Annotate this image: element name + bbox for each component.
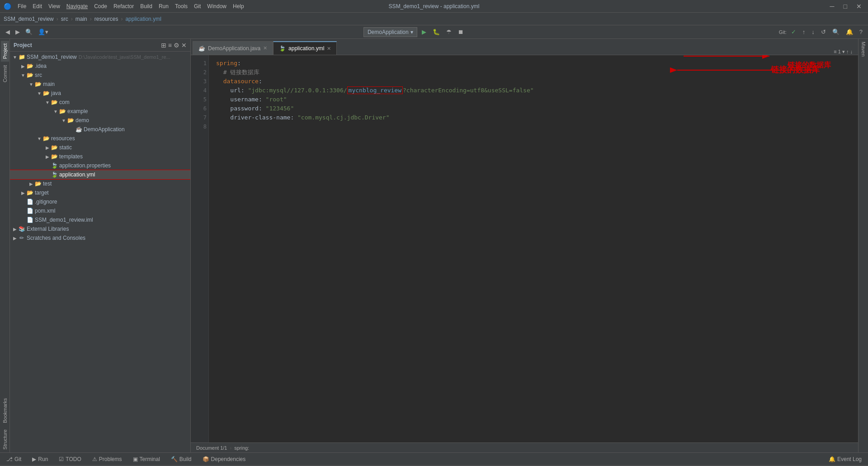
run-button[interactable]: ▶ <box>420 28 428 36</box>
bottom-tab-run[interactable]: ▶ Run <box>29 455 51 463</box>
tree-label-java: java <box>51 90 61 96</box>
breadcrumb-src[interactable]: src <box>61 16 68 22</box>
run-toolbar: ◀ ▶ 🔍 👤▾ DemoApplication ▾ ▶ 🐛 ☂ ⏹ Git: … <box>0 25 868 39</box>
menu-edit[interactable]: Edit <box>30 2 45 10</box>
code-editor[interactable]: 链接的数据库 spring: <box>209 55 858 442</box>
menu-help[interactable]: Help <box>230 2 247 10</box>
minimize-button[interactable]: ─ <box>827 3 837 10</box>
git-pull-button[interactable]: ↓ <box>810 28 816 36</box>
breadcrumb-file[interactable]: application.yml <box>125 16 161 22</box>
tree-item-resources[interactable]: ▼ 📂 resources <box>10 134 190 143</box>
coverage-button[interactable]: ☂ <box>444 28 453 36</box>
git-revert-button[interactable]: ↺ <box>819 28 828 36</box>
tree-item-src[interactable]: ▼ 📂 src <box>10 71 190 80</box>
tree-item-test[interactable]: ▶ 📂 test <box>10 179 190 188</box>
bottom-tab-todo[interactable]: ☑ TODO <box>56 455 84 463</box>
user-icon[interactable]: 👤▾ <box>36 28 50 36</box>
notifications-button[interactable]: 🔔 <box>844 28 855 36</box>
menu-navigate[interactable]: Navigate <box>64 2 90 10</box>
tree-item-java[interactable]: ▼ 📂 java <box>10 89 190 98</box>
tree-item-com[interactable]: ▼ 📂 com <box>10 98 190 107</box>
tree-label-com: com <box>59 99 70 105</box>
tree-item-pom[interactable]: ▶ 📄 pom.xml <box>10 206 190 215</box>
folder-icon-com: 📂 <box>51 99 58 106</box>
project-panel-header: Project ⊞ ≡ ⚙ ✕ <box>10 39 190 52</box>
bottom-tab-dependencies-label: Dependencies <box>211 456 246 462</box>
tree-item-example[interactable]: ▼ 📂 example <box>10 107 190 116</box>
tree-item-main[interactable]: ▼ 📂 main <box>10 80 190 89</box>
search-everywhere-button[interactable]: 🔍 <box>830 28 841 36</box>
maximize-button[interactable]: □ <box>841 3 850 10</box>
menu-tools[interactable]: Tools <box>172 2 190 10</box>
right-sidebar-tabs: Maven <box>858 39 868 452</box>
tree-item-app-properties[interactable]: ▶ 🍃 application.properties <box>10 161 190 170</box>
menu-git[interactable]: Git <box>191 2 203 10</box>
tree-label-ext-libs: External Libraries <box>27 226 69 232</box>
close-button[interactable]: ✕ <box>854 3 864 10</box>
sidebar-tab-bookmarks[interactable]: Bookmarks <box>1 395 9 426</box>
tree-arrow-ssm-root: ▼ <box>12 55 18 60</box>
tab-appyml[interactable]: 🍃 application.yml ✕ <box>273 41 337 55</box>
help-button[interactable]: ? <box>858 28 864 36</box>
tree-item-templates[interactable]: ▶ 📂 templates <box>10 152 190 161</box>
dependencies-bottom-icon: 📦 <box>203 456 209 462</box>
tree-arrow-main: ▼ <box>28 82 34 87</box>
tab-appyml-label: application.yml <box>288 45 324 52</box>
tree-label-src: src <box>35 72 42 78</box>
tree-item-ext-libs[interactable]: ▶ 📚 External Libraries <box>10 224 190 233</box>
git-bottom-icon: ⎇ <box>6 456 13 462</box>
bottom-tab-terminal[interactable]: ▣ Terminal <box>130 455 163 463</box>
bottom-tab-problems[interactable]: ⚠ Problems <box>90 455 125 463</box>
expand-all-icon[interactable]: ⊞ <box>161 42 166 49</box>
bottom-tab-todo-label: TODO <box>66 456 81 462</box>
collapse-all-icon[interactable]: ≡ <box>168 42 172 49</box>
menu-window[interactable]: Window <box>204 2 229 10</box>
tree-item-idea[interactable]: ▶ 📂 .idea <box>10 62 190 71</box>
sidebar-tab-maven[interactable]: Maven <box>859 39 868 59</box>
forward-button[interactable]: ▶ <box>14 28 22 36</box>
menu-code[interactable]: Code <box>91 2 110 10</box>
debug-button[interactable]: 🐛 <box>431 28 442 36</box>
close-panel-icon[interactable]: ✕ <box>181 42 187 49</box>
menu-build[interactable]: Build <box>137 2 155 10</box>
sidebar-tab-commit[interactable]: Commit <box>1 62 9 85</box>
git-push-button[interactable]: ↑ <box>801 28 807 36</box>
sidebar-tab-project[interactable]: Project <box>1 41 9 62</box>
tree-item-iml[interactable]: ▶ 📄 SSM_demo1_review.iml <box>10 215 190 224</box>
tab-demoapplication-close[interactable]: ✕ <box>263 45 267 51</box>
bottom-toolbar: ⎇ Git ▶ Run ☑ TODO ⚠ Problems ▣ Terminal… <box>0 452 868 465</box>
bottom-tab-git[interactable]: ⎇ Git <box>4 455 24 463</box>
bottom-tab-build[interactable]: 🔨 Build <box>168 455 194 463</box>
menu-run[interactable]: Run <box>156 2 171 10</box>
tree-item-app-yml[interactable]: ▶ 🍃 application.yml <box>10 170 190 179</box>
git-label: Git: <box>779 29 787 35</box>
bottom-tab-dependencies[interactable]: 📦 Dependencies <box>200 455 249 463</box>
run-config-selector[interactable]: DemoApplication ▾ <box>363 27 417 37</box>
folder-icon-templates: 📂 <box>51 153 58 160</box>
tree-item-target[interactable]: ▶ 📂 target <box>10 188 190 197</box>
gear-icon[interactable]: ⚙ <box>174 42 179 49</box>
tree-item-ssm-root[interactable]: ▼ 📁 SSM_demo1_review D:\Java\code\test_j… <box>10 52 190 62</box>
breadcrumb-main[interactable]: main <box>75 16 87 22</box>
tree-item-static[interactable]: ▶ 📂 static <box>10 143 190 152</box>
tree-item-demoapplication[interactable]: ▶ ☕ DemoApplication <box>10 125 190 134</box>
git-check-button[interactable]: ✓ <box>789 28 798 36</box>
breadcrumb-root[interactable]: SSM_demo1_review <box>4 16 54 22</box>
editor-content[interactable]: 1 2 3 4 5 6 7 8 链接的数据库 <box>191 55 858 442</box>
stop-button[interactable]: ⏹ <box>456 28 466 36</box>
menu-view[interactable]: View <box>46 2 63 10</box>
tab-appyml-close[interactable]: ✕ <box>327 46 331 52</box>
breadcrumb-resources[interactable]: resources <box>94 16 118 22</box>
tree-label-resources: resources <box>51 135 75 142</box>
sidebar-tab-structure[interactable]: Structure <box>1 427 9 452</box>
tree-item-gitignore[interactable]: ▶ 📄 .gitignore <box>10 197 190 206</box>
bottom-tab-event-log[interactable]: 🔔 Event Log <box>826 455 864 463</box>
back-button[interactable]: ◀ <box>4 28 12 36</box>
tree-item-scratches[interactable]: ▶ ✏ Scratches and Consoles <box>10 233 190 243</box>
tree-item-demo[interactable]: ▼ 📂 demo <box>10 116 190 125</box>
menu-file[interactable]: File <box>15 2 29 10</box>
folder-icon-static: 📂 <box>51 144 58 151</box>
search-button[interactable]: 🔍 <box>24 28 34 36</box>
menu-refactor[interactable]: Refactor <box>111 2 137 10</box>
tab-demoapplication[interactable]: ☕ DemoApplication.java ✕ <box>193 41 273 55</box>
